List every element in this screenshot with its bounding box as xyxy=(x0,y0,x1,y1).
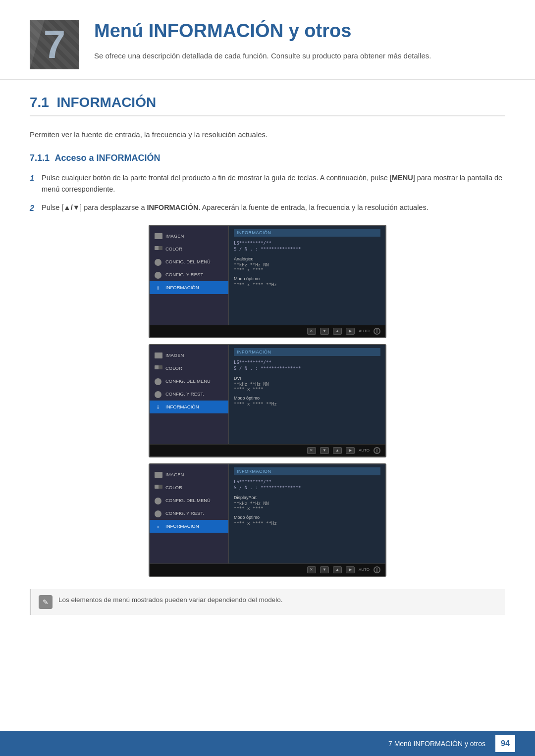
btn-down-2[interactable]: ▼ xyxy=(320,447,329,454)
info-panel-3: INFORMACIÓN LS*********/** S / N . : ***… xyxy=(229,464,385,563)
menu-item-color-2: COLOR xyxy=(150,362,228,375)
btn-up-3[interactable]: ▲ xyxy=(333,566,342,573)
menu-panel-3: IMAGEN COLOR CONFIG. DEL MENÚ CONFIG. Y … xyxy=(150,464,229,563)
info-mode-val-3: **** x **** **Hz xyxy=(234,521,380,526)
btn-right-3[interactable]: ▶ xyxy=(346,566,355,573)
chapter-title: Menú INFORMACIÓN y otros xyxy=(94,20,505,43)
menu-panel-1: IMAGEN COLOR CONFIG. DEL MENÚ CONFIG. Y … xyxy=(150,226,229,325)
menu-item-configrest-3: CONFIG. Y REST. xyxy=(150,507,228,520)
info-signal-2: DVI xyxy=(234,376,380,381)
info-ls-3: LS*********/** xyxy=(234,479,380,484)
menu-item-info-2: i INFORMACIÓN xyxy=(150,401,228,413)
menu-item-color-3: COLOR xyxy=(150,481,228,494)
chapter-number: 7 xyxy=(30,20,79,69)
info-signal-1: Analógico xyxy=(234,256,380,261)
footer-page-number: 94 xyxy=(495,735,515,752)
info-mode-val-1: **** x **** **Hz xyxy=(234,282,380,287)
btn-x-1[interactable]: ✕ xyxy=(307,328,316,335)
btn-down-3[interactable]: ▼ xyxy=(320,566,329,573)
info-size-1: **** x **** xyxy=(234,267,380,272)
monitor-3: IMAGEN COLOR CONFIG. DEL MENÚ CONFIG. Y … xyxy=(149,463,386,577)
section-71: 7.1 INFORMACIÓN Permiten ver la fuente d… xyxy=(0,95,535,615)
monitor-1-screen: IMAGEN COLOR CONFIG. DEL MENÚ CONFIG. Y … xyxy=(150,226,385,325)
monitors-container: IMAGEN COLOR CONFIG. DEL MENÚ CONFIG. Y … xyxy=(30,225,505,577)
monitor-3-bottom-bar: ✕ ▼ ▲ ▶ AUTO xyxy=(150,563,385,576)
monitor-1: IMAGEN COLOR CONFIG. DEL MENÚ CONFIG. Y … xyxy=(149,225,386,338)
info-mode-val-2: **** x **** **Hz xyxy=(234,402,380,406)
btn-down-1[interactable]: ▼ xyxy=(320,328,329,335)
info-mode-label-2: Modo óptimo xyxy=(234,396,380,401)
info-signal-3: DisplayPort xyxy=(234,495,380,500)
section-71-title: 7.1 INFORMACIÓN xyxy=(30,95,505,116)
menu-item-configrest-1: CONFIG. Y REST. xyxy=(150,268,228,281)
info-header-1: INFORMACIÓN xyxy=(234,229,380,237)
info-freq-3: **kHz **Hz NN xyxy=(234,501,380,506)
menu-item-imagen-1: IMAGEN xyxy=(150,230,228,243)
btn-right-2[interactable]: ▶ xyxy=(346,447,355,454)
btn-power-2[interactable] xyxy=(374,447,380,454)
info-mode-label-3: Modo óptimo xyxy=(234,515,380,520)
chapter-description: Se ofrece una descripción detallada de c… xyxy=(94,50,505,62)
menu-item-configmenu-2: CONFIG. DEL MENÚ xyxy=(150,375,228,388)
monitor-1-bottom-bar: ✕ ▼ ▲ ▶ AUTO xyxy=(150,325,385,337)
menu-item-info-3: i INFORMACIÓN xyxy=(150,520,228,533)
monitor-2-bottom-bar: ✕ ▼ ▲ ▶ AUTO xyxy=(150,444,385,456)
btn-x-2[interactable]: ✕ xyxy=(307,447,316,454)
subsection-711-title: 7.1.1 Acceso a INFORMACIÓN xyxy=(30,153,505,163)
info-ls-2: LS*********/** xyxy=(234,360,380,365)
info-panel-2: INFORMACIÓN LS*********/** S / N . : ***… xyxy=(229,345,385,444)
section-71-intro: Permiten ver la fuente de entrada, la fr… xyxy=(30,129,505,141)
menu-item-configrest-2: CONFIG. Y REST. xyxy=(150,388,228,401)
btn-up-2[interactable]: ▲ xyxy=(333,447,342,454)
info-size-2: **** x **** xyxy=(234,387,380,392)
page-footer: 7 Menú INFORMACIÓN y otros 94 xyxy=(0,731,535,756)
info-header-3: INFORMACIÓN xyxy=(234,467,380,475)
info-mode-label-1: Modo óptimo xyxy=(234,276,380,281)
info-panel-1: INFORMACIÓN LS*********/** S / N . : ***… xyxy=(229,226,385,325)
info-ls-1: LS*********/** xyxy=(234,241,380,246)
info-freq-1: **kHz **Hz NN xyxy=(234,262,380,267)
note-box: ✎ Los elementos de menú mostrados pueden… xyxy=(30,589,505,615)
monitor-2: IMAGEN COLOR CONFIG. DEL MENÚ CONFIG. Y … xyxy=(149,344,386,457)
note-text: Los elementos de menú mostrados pueden v… xyxy=(58,595,283,605)
btn-auto-1: AUTO xyxy=(359,329,370,333)
chapter-title-section: Menú INFORMACIÓN y otros Se ofrece una d… xyxy=(94,20,505,62)
menu-item-imagen-2: IMAGEN xyxy=(150,349,228,362)
menu-item-configmenu-1: CONFIG. DEL MENÚ xyxy=(150,255,228,268)
step-1: 1 Pulse cualquier botón de la parte fron… xyxy=(30,172,505,195)
menu-panel-2: IMAGEN COLOR CONFIG. DEL MENÚ CONFIG. Y … xyxy=(150,345,229,444)
footer-chapter-text: 7 Menú INFORMACIÓN y otros xyxy=(388,740,485,748)
monitor-3-screen: IMAGEN COLOR CONFIG. DEL MENÚ CONFIG. Y … xyxy=(150,464,385,563)
steps-list: 1 Pulse cualquier botón de la parte fron… xyxy=(30,172,505,215)
btn-right-1[interactable]: ▶ xyxy=(346,328,355,335)
btn-auto-2: AUTO xyxy=(359,448,370,453)
chapter-header: 7 Menú INFORMACIÓN y otros Se ofrece una… xyxy=(0,0,535,80)
step-2: 2 Pulse [▲/▼] para desplazarse a INFORMA… xyxy=(30,202,505,215)
btn-up-1[interactable]: ▲ xyxy=(333,328,342,335)
monitor-2-screen: IMAGEN COLOR CONFIG. DEL MENÚ CONFIG. Y … xyxy=(150,345,385,444)
info-freq-2: **kHz **Hz NN xyxy=(234,382,380,387)
menu-item-color-1: COLOR xyxy=(150,243,228,255)
btn-power-1[interactable] xyxy=(374,328,380,335)
btn-x-3[interactable]: ✕ xyxy=(307,566,316,573)
menu-item-configmenu-3: CONFIG. DEL MENÚ xyxy=(150,494,228,507)
info-sn-2: S / N . : *************** xyxy=(234,366,380,371)
menu-item-info-1: i INFORMACIÓN xyxy=(150,281,228,294)
btn-auto-3: AUTO xyxy=(359,567,370,572)
info-sn-1: S / N . : *************** xyxy=(234,247,380,252)
info-size-3: **** x **** xyxy=(234,506,380,511)
info-sn-3: S / N . : *************** xyxy=(234,485,380,490)
note-icon: ✎ xyxy=(39,595,53,609)
menu-item-imagen-3: IMAGEN xyxy=(150,468,228,481)
btn-power-3[interactable] xyxy=(374,566,380,573)
info-header-2: INFORMACIÓN xyxy=(234,348,380,356)
